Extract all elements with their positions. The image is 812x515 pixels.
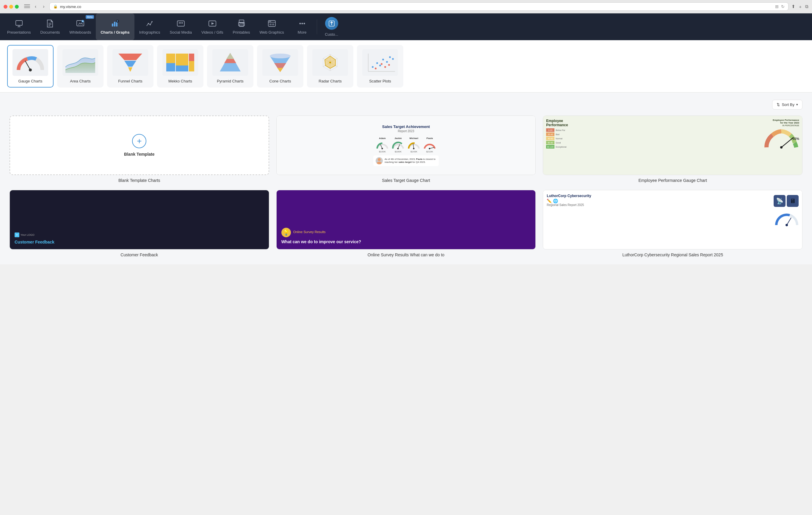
svg-marker-51 bbox=[226, 53, 234, 59]
svg-point-39 bbox=[29, 69, 32, 72]
svg-point-34 bbox=[301, 23, 303, 24]
nav-label-printables: Printables bbox=[233, 30, 250, 34]
emp-right-panel: Employee Performancefor the Year 2023IN … bbox=[763, 119, 799, 149]
videos-gifs-icon bbox=[208, 19, 216, 28]
cat-label-radar: Radar Charts bbox=[319, 79, 342, 83]
minimize-button[interactable] bbox=[9, 5, 13, 9]
split-view-button[interactable]: ⧉ bbox=[805, 4, 808, 9]
cat-item-mekko[interactable]: Mekko Charts bbox=[157, 45, 203, 87]
svg-marker-41 bbox=[124, 61, 136, 67]
traffic-lights bbox=[4, 5, 19, 9]
cat-item-funnel[interactable]: Funnel Charts bbox=[107, 45, 153, 87]
svg-point-73 bbox=[386, 61, 388, 63]
cat-item-pyramid[interactable]: Pyramid Charts bbox=[207, 45, 254, 87]
nav-label-presentations: Presentations bbox=[7, 30, 31, 34]
cat-item-gauge[interactable]: Gauge Charts bbox=[7, 45, 54, 87]
customer-feedback-title: Customer Feedback bbox=[9, 252, 269, 257]
browser-chrome: ‹ › 🔒 my.visme.co ⊞ ↻ ⬆ + ⧉ bbox=[0, 0, 812, 13]
nav-item-more[interactable]: More bbox=[289, 13, 316, 40]
forward-button[interactable]: › bbox=[41, 3, 46, 10]
svg-point-20 bbox=[182, 22, 183, 24]
cat-item-radar[interactable]: Radar Charts bbox=[307, 45, 353, 87]
mini-gauges-row: Adam $100K Jackie bbox=[376, 137, 436, 153]
browser-actions: ⬆ + ⧉ bbox=[791, 4, 808, 9]
beta-badge: Beta bbox=[86, 15, 94, 19]
svg-point-14 bbox=[148, 23, 149, 24]
svg-rect-11 bbox=[114, 22, 115, 27]
cat-item-scatter[interactable]: Scatter Plots bbox=[357, 45, 403, 87]
svg-marker-40 bbox=[118, 54, 142, 60]
template-card-employee-perf[interactable]: Employee Performance 0-20 Below Par 20-4… bbox=[543, 115, 803, 183]
customer-title-text: Customer Feedback bbox=[14, 240, 264, 244]
back-button[interactable]: ‹ bbox=[33, 3, 38, 10]
template-card-blank[interactable]: + Blank Template Blank Template Charts bbox=[9, 115, 269, 183]
cat-label-gauge: Gauge Charts bbox=[19, 79, 42, 83]
nav-label-social-media: Social Media bbox=[170, 30, 192, 34]
url-text: my.visme.co bbox=[60, 4, 81, 9]
nav-item-infographics[interactable]: Infographics bbox=[135, 13, 165, 40]
nav-item-web-graphics[interactable]: Web Graphics bbox=[255, 13, 289, 40]
url-bar[interactable]: 🔒 my.visme.co ⊞ ↻ bbox=[49, 2, 789, 11]
svg-point-16 bbox=[151, 21, 152, 22]
nav-item-printables[interactable]: Printables bbox=[228, 13, 255, 40]
nav-label-web-graphics: Web Graphics bbox=[260, 30, 284, 34]
cat-label-funnel: Funnel Charts bbox=[118, 79, 143, 83]
cat-thumb-radar bbox=[312, 49, 348, 76]
whiteboards-icon bbox=[76, 19, 85, 28]
luthor-gauge-decoration bbox=[547, 212, 799, 226]
maximize-button[interactable] bbox=[15, 5, 19, 9]
cat-thumb-funnel bbox=[112, 49, 148, 76]
nav-item-social-media[interactable]: Social Media bbox=[165, 13, 197, 40]
luthor-thumb: LuthorCorp Cybersecurity ✏️ 🌐 Regional S… bbox=[543, 190, 803, 249]
svg-rect-0 bbox=[16, 21, 22, 25]
svg-point-77 bbox=[381, 63, 382, 65]
cat-item-cone[interactable]: Cone Charts bbox=[257, 45, 303, 87]
mini-gauge-paula: Paula $210K bbox=[423, 137, 436, 153]
mini-gauge-jackie: Jackie $180K bbox=[392, 137, 405, 153]
svg-point-87 bbox=[429, 148, 430, 150]
close-button[interactable] bbox=[4, 5, 7, 9]
cat-label-scatter: Scatter Plots bbox=[369, 79, 391, 83]
svg-point-66 bbox=[329, 62, 331, 63]
sort-icon: ⇅ bbox=[777, 102, 780, 107]
nav-item-videos-gifs[interactable]: Videos / Gifs bbox=[197, 13, 228, 40]
sales-target-card-subtitle: Report 2023 bbox=[398, 130, 414, 133]
survey-title-text: What can we do to improve our service? bbox=[281, 239, 531, 244]
nav-label-videos-gifs: Videos / Gifs bbox=[201, 30, 223, 34]
nav-separator bbox=[317, 19, 317, 34]
template-card-survey[interactable]: 💡 Online Survey Results What can we do t… bbox=[276, 190, 536, 257]
sidebar-toggle[interactable] bbox=[24, 4, 30, 9]
nav-label-custom: Custo... bbox=[325, 32, 338, 36]
nav-item-charts-graphs[interactable]: Charts / Graphs bbox=[96, 13, 135, 40]
nav-item-custom[interactable]: Custo... bbox=[318, 13, 345, 40]
sort-label: Sort By bbox=[782, 102, 794, 107]
svg-point-69 bbox=[372, 66, 374, 68]
svg-point-15 bbox=[150, 24, 151, 25]
blank-template-thumb[interactable]: + Blank Template bbox=[9, 115, 269, 175]
new-tab-button[interactable]: + bbox=[799, 4, 802, 9]
svg-rect-31 bbox=[269, 24, 271, 25]
cat-label-area: Area Charts bbox=[70, 79, 90, 83]
svg-point-93 bbox=[780, 146, 783, 148]
cat-item-area[interactable]: Area Charts bbox=[57, 45, 104, 87]
nav-item-whiteboards[interactable]: Beta Whiteboards bbox=[64, 13, 96, 40]
template-card-customer-feedback[interactable]: Y Your LOGO Customer Feedback Customer F… bbox=[9, 190, 269, 257]
nav-label-whiteboards: Whiteboards bbox=[69, 30, 91, 34]
documents-icon bbox=[46, 19, 54, 28]
svg-point-79 bbox=[388, 64, 390, 66]
nav-item-presentations[interactable]: Presentations bbox=[2, 13, 36, 40]
more-icon bbox=[298, 19, 307, 28]
survey-thumb: 💡 Online Survey Results What can we do t… bbox=[276, 190, 536, 249]
infographics-icon bbox=[145, 19, 154, 28]
template-card-sales-target[interactable]: Sales Target Achievement Report 2023 Ada… bbox=[276, 115, 536, 183]
svg-point-53 bbox=[270, 54, 291, 58]
sort-by-button[interactable]: ⇅ Sort By ▾ bbox=[772, 100, 803, 110]
nav-label-charts-graphs: Charts / Graphs bbox=[100, 30, 130, 34]
reload-icon[interactable]: ↻ bbox=[781, 4, 785, 9]
plus-icon: + bbox=[132, 134, 146, 148]
nav-item-documents[interactable]: Documents bbox=[36, 13, 65, 40]
svg-point-74 bbox=[389, 56, 391, 58]
share-button[interactable]: ⬆ bbox=[791, 4, 795, 9]
svg-point-35 bbox=[303, 23, 305, 24]
template-card-luthor[interactable]: LuthorCorp Cybersecurity ✏️ 🌐 Regional S… bbox=[543, 190, 803, 257]
